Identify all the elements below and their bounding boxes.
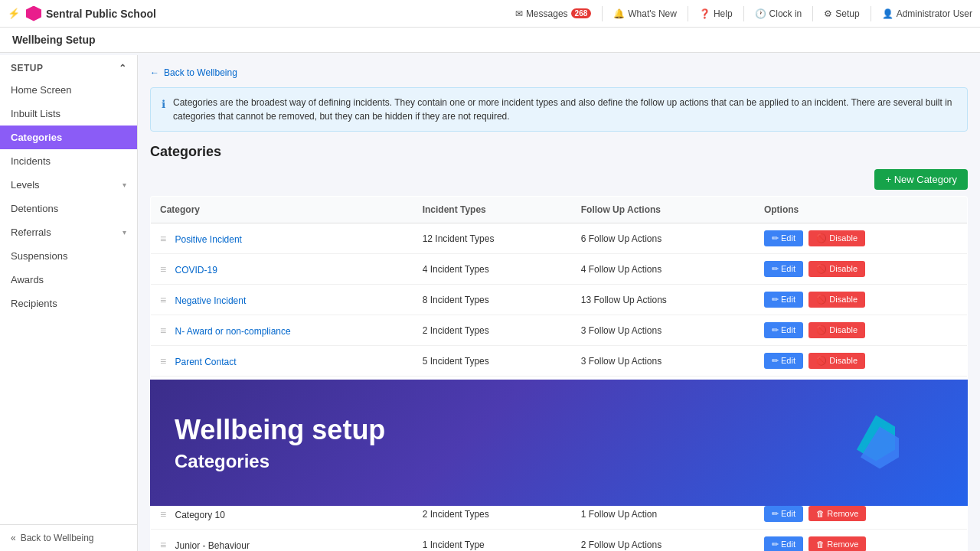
top-nav-right: ✉ Messages 268 🔔 What's New ❓ Help 🕐 Clo… [515, 6, 972, 21]
options-cell: ✏ Edit 🗑 Remove [755, 407, 968, 438]
setup-icon: ⚙ [824, 8, 832, 19]
incident-types-cell: 5 Incident Types [413, 346, 572, 377]
category-link[interactable]: Positive Incident [175, 234, 242, 245]
drag-handle[interactable]: ≡ [160, 386, 166, 398]
sidebar-collapse-icon[interactable]: ⌃ [119, 63, 127, 73]
follow-up-actions-cell: 2 Follow Up Actions [572, 530, 755, 552]
edit-button[interactable]: ✏ Edit [764, 475, 803, 491]
table-row: ≡ Category 10 2 Incident Types 1 Follow … [151, 499, 968, 530]
options-cell: ✏ Edit 🗑 Remove [755, 468, 968, 499]
disable-button[interactable]: 🚫 Disable [808, 292, 865, 308]
clock-icon: 🕐 [755, 8, 766, 19]
breadcrumb[interactable]: ← Back to Wellbeing [150, 67, 968, 78]
follow-up-actions-cell: 3 Follow Up Actions [572, 315, 755, 346]
category-link[interactable]: Negative Incident [175, 295, 247, 306]
drag-handle[interactable]: ≡ [160, 416, 166, 429]
edit-button[interactable]: ✏ Edit [764, 292, 803, 308]
sidebar-item-categories[interactable]: Categories [0, 126, 137, 149]
edit-button[interactable]: ✏ Edit [764, 536, 803, 551]
user-icon: 👤 [882, 8, 893, 19]
incident-types-cell: 2 Incident Types [413, 315, 572, 346]
brand-logo [26, 6, 41, 21]
follow-up-actions-cell: 6 Follow Up Actions [572, 223, 755, 254]
edit-button[interactable]: ✏ Edit [764, 353, 803, 369]
help-nav-item[interactable]: ❓ Help [699, 8, 733, 19]
category-cell: ≡ Category 8 [151, 438, 413, 468]
sidebar-item-inbuilt-lists[interactable]: Inbuilt Lists [0, 102, 137, 126]
sidebar-item-home-screen[interactable]: Home Screen [0, 78, 137, 102]
category-link[interactable]: COVID-19 [175, 265, 217, 276]
remove-button[interactable]: 🗑 Remove [808, 414, 866, 429]
category-name: Category 6 [175, 387, 220, 398]
disable-button[interactable]: 🚫 Disable [808, 322, 865, 338]
categories-tbody: ≡ Positive Incident 12 Incident Types 6 … [151, 223, 968, 552]
sidebar-item-referrals[interactable]: Referrals▾ [0, 220, 137, 244]
edit-button[interactable]: ✏ Edit [764, 506, 803, 522]
category-cell: ≡ Positive Incident [151, 223, 413, 254]
drag-handle[interactable]: ≡ [160, 539, 166, 551]
remove-button[interactable]: 🗑 Remove [808, 383, 866, 399]
edit-button[interactable]: ✏ Edit [764, 230, 803, 246]
sidebar-section-header: Setup ⌃ [0, 55, 137, 78]
table-row: ≡ Positive Incident 12 Incident Types 6 … [151, 223, 968, 254]
sidebar-item-levels[interactable]: Levels▾ [0, 173, 137, 197]
table-row: ≡ Category 9 1 Incident Type 0 Follow Up… [151, 468, 968, 499]
message-badge: 268 [571, 8, 592, 18]
sidebar-item-incidents[interactable]: Incidents [0, 149, 137, 173]
col-category: Category [151, 197, 413, 223]
category-link[interactable]: N- Award or non-compliance [175, 326, 291, 337]
drag-handle[interactable]: ≡ [160, 478, 166, 490]
sidebar: Setup ⌃ Home ScreenInbuilt ListsCategori… [0, 55, 138, 551]
sidebar-item-detentions[interactable]: Detentions [0, 197, 137, 220]
disable-button[interactable]: 🚫 Disable [808, 230, 865, 246]
sidebar-item-label: Levels [11, 179, 122, 191]
sidebar-item-suspensions[interactable]: Suspensions [0, 244, 137, 268]
drag-handle[interactable]: ≡ [160, 233, 166, 245]
edit-button[interactable]: ✏ Edit [764, 261, 803, 277]
options-cell: ✏ Edit 🚫 Disable [755, 254, 968, 285]
grid-icon[interactable]: ⚡ [8, 8, 20, 19]
brand: Sentral Public School [26, 6, 156, 21]
category-link[interactable]: Parent Contact [175, 357, 237, 367]
user-nav-item[interactable]: 👤 Administrator User [882, 8, 972, 19]
follow-up-actions-cell: 1 Follow Up Action [572, 499, 755, 530]
drag-handle[interactable]: ≡ [160, 355, 166, 367]
messages-nav-item[interactable]: ✉ Messages 268 [515, 8, 591, 19]
drag-handle[interactable]: ≡ [160, 447, 166, 459]
drag-handle[interactable]: ≡ [160, 324, 166, 337]
chevron-left-icon: « [11, 533, 16, 543]
edit-button[interactable]: ✏ Edit [764, 414, 803, 430]
new-category-button[interactable]: + New Category [874, 169, 968, 190]
table-row: ≡ N- Award or non-compliance 2 Incident … [151, 315, 968, 346]
divider5 [871, 6, 871, 21]
remove-button[interactable]: 🗑 Remove [808, 506, 866, 521]
options-cell: ✏ Edit 🗑 Remove [755, 438, 968, 468]
chevron-icon: ▾ [122, 181, 126, 189]
edit-button[interactable]: ✏ Edit [764, 322, 803, 338]
options-cell: ✏ Edit 🗑 Remove [755, 530, 968, 552]
remove-button[interactable]: 🗑 Remove [808, 475, 866, 491]
options-cell: ✏ Edit 🚫 Disable [755, 315, 968, 346]
remove-button[interactable]: 🗑 Remove [808, 536, 866, 551]
sidebar-item-awards[interactable]: Awards [0, 268, 137, 292]
edit-button[interactable]: ✏ Edit [764, 383, 803, 399]
drag-handle[interactable]: ≡ [160, 508, 166, 520]
disable-button[interactable]: 🚫 Disable [808, 353, 865, 369]
divider2 [688, 6, 688, 21]
edit-button[interactable]: ✏ Edit [764, 445, 803, 461]
category-cell: ≡ COVID-19 [151, 254, 413, 285]
disable-button[interactable]: 🚫 Disable [808, 261, 865, 277]
drag-handle[interactable]: ≡ [160, 263, 166, 276]
table-row: ≡ Parent Contact 5 Incident Types 3 Foll… [151, 346, 968, 377]
sidebar-item-recipients[interactable]: Recipients [0, 292, 137, 315]
follow-up-actions-cell: 0 Follow Up Actions [572, 468, 755, 499]
content-wrapper: ← Back to Wellbeing ℹ Categories are the… [150, 67, 968, 551]
remove-button[interactable]: 🗑 Remove [808, 445, 866, 460]
sidebar-footer-link[interactable]: « Back to Wellbeing [11, 533, 126, 543]
category-name: Category 8 [175, 448, 220, 459]
setup-nav-item[interactable]: ⚙ Setup [824, 8, 859, 19]
sidebar-item-label: Categories [11, 132, 126, 143]
whats-new-nav-item[interactable]: 🔔 What's New [613, 8, 677, 19]
drag-handle[interactable]: ≡ [160, 294, 166, 306]
clock-in-nav-item[interactable]: 🕐 Clock in [755, 8, 802, 19]
